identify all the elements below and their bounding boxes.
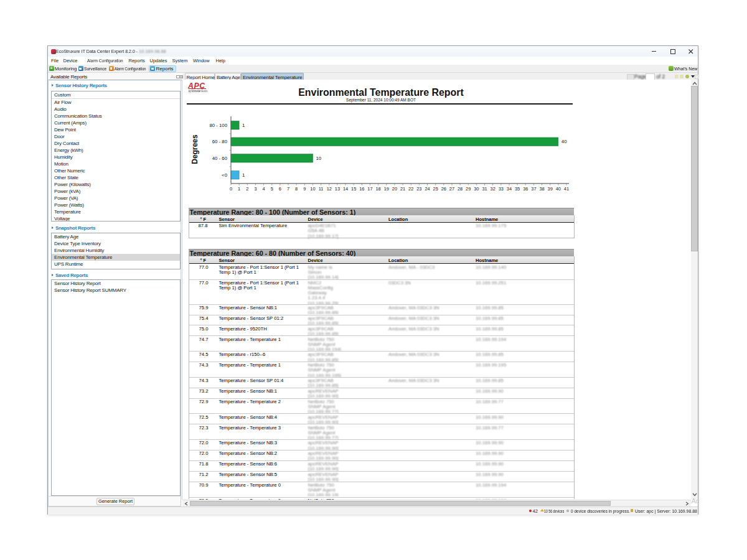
svg-text:12: 12 (327, 186, 332, 192)
svg-text:38: 38 (539, 186, 544, 192)
svg-text:27: 27 (449, 186, 454, 192)
svg-text:11: 11 (319, 186, 324, 192)
svg-text:23: 23 (416, 186, 421, 192)
svg-text:25: 25 (433, 186, 438, 192)
svg-text:16: 16 (359, 186, 364, 192)
svg-text:40: 40 (561, 139, 567, 144)
svg-text:1: 1 (242, 172, 245, 178)
svg-text:7: 7 (287, 186, 289, 192)
svg-text:28: 28 (458, 186, 463, 192)
svg-text:19: 19 (384, 186, 389, 192)
svg-text:18: 18 (376, 186, 381, 192)
svg-text:37: 37 (531, 186, 536, 192)
svg-text:31: 31 (482, 186, 487, 192)
svg-text:39: 39 (548, 186, 553, 192)
svg-text:Degrees: Degrees (190, 134, 199, 164)
svg-text:30: 30 (474, 186, 479, 192)
svg-text:8: 8 (295, 186, 298, 192)
svg-text:33: 33 (499, 186, 504, 192)
svg-text:10: 10 (310, 186, 315, 192)
svg-text:26: 26 (441, 186, 446, 192)
svg-text:40 - 60: 40 - 60 (212, 156, 228, 161)
svg-text:4: 4 (263, 186, 265, 192)
svg-text:32: 32 (491, 186, 496, 192)
svg-text:6: 6 (279, 186, 281, 192)
svg-text:10: 10 (316, 156, 322, 161)
svg-text:24: 24 (425, 186, 430, 192)
svg-text:21: 21 (400, 186, 405, 192)
svg-text:1: 1 (242, 123, 245, 128)
svg-text:22: 22 (408, 186, 413, 192)
svg-text:1: 1 (238, 186, 240, 192)
svg-text:17: 17 (367, 186, 372, 192)
svg-text:3: 3 (254, 186, 256, 192)
svg-text:0: 0 (230, 186, 232, 192)
svg-text:40: 40 (556, 186, 561, 192)
svg-text:5: 5 (271, 186, 273, 192)
svg-text:2: 2 (246, 186, 248, 192)
svg-text:35: 35 (515, 186, 520, 192)
svg-text:15: 15 (351, 186, 356, 192)
svg-text:29: 29 (466, 186, 471, 192)
svg-text:41: 41 (564, 186, 569, 192)
svg-text:60 - 80: 60 - 80 (212, 139, 228, 144)
svg-text:36: 36 (523, 186, 528, 192)
svg-text:20: 20 (392, 186, 397, 192)
svg-text:9: 9 (303, 186, 306, 192)
svg-text:34: 34 (507, 186, 512, 192)
svg-text:<0: <0 (222, 172, 228, 178)
svg-text:80 - 100: 80 - 100 (209, 123, 227, 128)
svg-text:14: 14 (343, 186, 348, 192)
svg-text:13: 13 (335, 186, 340, 192)
